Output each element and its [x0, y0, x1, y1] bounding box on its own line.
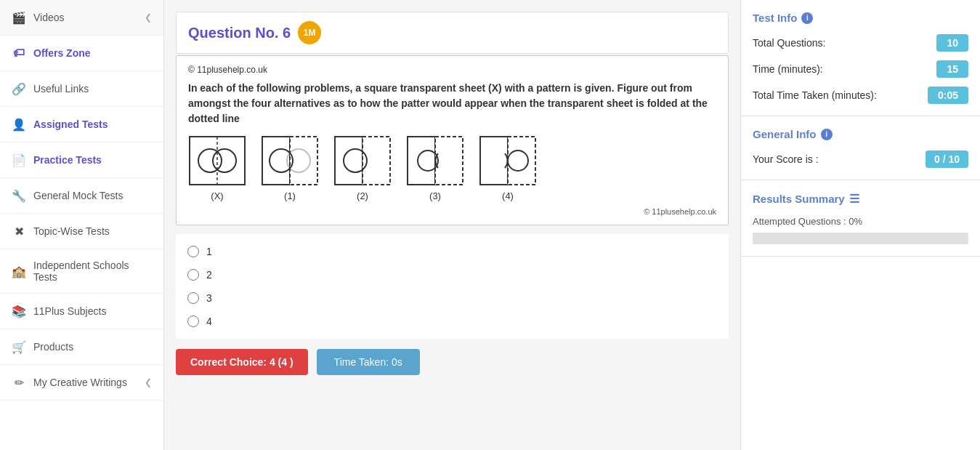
- radio-2[interactable]: [187, 269, 199, 281]
- figure-2-label: (2): [357, 190, 368, 201]
- figure-x-label: (X): [211, 190, 223, 201]
- sidebar-item-products[interactable]: 🛒 Products: [0, 329, 163, 365]
- question-text: In each of the following problems, a squ…: [188, 81, 716, 126]
- sidebar-item-topic-wise-tests[interactable]: ✖ Topic-Wise Tests: [0, 214, 163, 249]
- chevron-right-icon: ❮: [145, 377, 152, 387]
- sidebar-item-general-mock-tests[interactable]: 🔧 General Mock Tests: [0, 178, 163, 214]
- radio-1[interactable]: [187, 246, 199, 257]
- sidebar-item-11plus-subjects[interactable]: 📚 11Plus Subjects: [0, 294, 163, 329]
- option-3[interactable]: 3: [187, 286, 717, 310]
- option-4[interactable]: 4: [187, 310, 717, 333]
- list-icon: ☰: [849, 192, 859, 206]
- sidebar-item-assigned-tests[interactable]: 👤 Assigned Tests: [0, 107, 163, 142]
- book-icon: 📚: [12, 304, 26, 318]
- progress-bar-container: [753, 233, 968, 244]
- question-copyright: © 11plusehelp.co.uk: [188, 65, 716, 75]
- svg-rect-14: [480, 137, 508, 185]
- option-1[interactable]: 1: [187, 240, 717, 263]
- svg-rect-5: [290, 137, 317, 185]
- sidebar-item-label: Independent Schools Tests: [33, 260, 152, 283]
- main-content: Question No. 6 1M © 11plusehelp.co.uk In…: [164, 0, 740, 450]
- figure-4: (4): [479, 135, 537, 201]
- figure-4-label: (4): [502, 190, 514, 201]
- sidebar-item-my-creative-writings[interactable]: ✏ My Creative Writings ❮: [0, 365, 163, 401]
- total-time-taken-label: Total Time Taken (minutes):: [753, 89, 877, 101]
- option-2-label: 2: [206, 269, 212, 281]
- doc-icon: 📄: [12, 153, 26, 167]
- time-label: Time (minutes):: [753, 63, 823, 75]
- sidebar-item-label: Offers Zone: [33, 47, 91, 59]
- radio-3[interactable]: [187, 292, 199, 304]
- figure-2-svg: [333, 135, 392, 186]
- figure-x-svg: [188, 135, 246, 186]
- time-taken-button[interactable]: Time Taken: 0s: [317, 349, 420, 375]
- sidebar-item-useful-links[interactable]: 🔗 Useful Links: [0, 71, 163, 107]
- score-label: Your Score is :: [753, 153, 819, 165]
- sidebar-item-label: Topic-Wise Tests: [33, 225, 110, 237]
- option-3-label: 3: [206, 292, 212, 304]
- option-1-label: 1: [206, 246, 212, 257]
- question-body: © 11plusehelp.co.uk In each of the follo…: [176, 55, 729, 225]
- figure-1-svg: [261, 135, 319, 186]
- figure-1: (1): [261, 135, 319, 201]
- score-row: Your Score is : 0 / 10: [753, 150, 968, 168]
- radio-4[interactable]: [187, 316, 199, 327]
- correct-choice-button[interactable]: Correct Choice: 4 (4 ): [176, 349, 308, 375]
- total-time-taken-row: Total Time Taken (minutes): 0:05: [753, 87, 968, 104]
- svg-rect-11: [408, 137, 435, 185]
- figure-2: (2): [333, 135, 392, 201]
- time-value: 15: [936, 60, 968, 78]
- sidebar-item-videos[interactable]: 🎬 Videos ❮: [0, 0, 163, 36]
- sidebar-item-label: Practice Tests: [33, 154, 102, 166]
- options-list: 1 2 3 4: [176, 234, 729, 339]
- sidebar-item-label: My Creative Writings: [33, 377, 127, 388]
- option-4-label: 4: [206, 316, 212, 327]
- question-badge: 1M: [298, 21, 321, 44]
- general-info-title: General Info i: [753, 128, 968, 140]
- video-icon: 🎬: [12, 10, 26, 25]
- total-questions-value: 10: [936, 34, 968, 52]
- score-value: 0 / 10: [926, 150, 968, 168]
- x-icon: ✖: [12, 224, 26, 238]
- test-info-section: Test Info i Total Questions: 10 Time (mi…: [741, 0, 980, 116]
- figure-3-label: (3): [429, 190, 441, 201]
- sidebar-item-label: Assigned Tests: [33, 118, 108, 130]
- figure-row: (X) (1) (2): [188, 135, 716, 201]
- total-questions-label: Total Questions:: [753, 37, 825, 49]
- chevron-right-icon: ❮: [145, 12, 152, 23]
- sidebar-item-label: 11Plus Subjects: [33, 305, 106, 317]
- sidebar-item-independent-schools-tests[interactable]: 🏫 Independent Schools Tests: [0, 249, 163, 294]
- sidebar: 🎬 Videos ❮ 🏷 Offers Zone 🔗 Useful Links …: [0, 0, 164, 450]
- general-info-section: General Info i Your Score is : 0 / 10: [741, 116, 980, 180]
- sidebar-item-offers-zone[interactable]: 🏷 Offers Zone: [0, 36, 163, 71]
- question-footer-copyright: © 11plusehelp.co.uk: [188, 207, 716, 216]
- right-panel: Test Info i Total Questions: 10 Time (mi…: [740, 0, 980, 450]
- bottom-bar: Correct Choice: 4 (4 ) Time Taken: 0s: [176, 349, 729, 375]
- option-2[interactable]: 2: [187, 263, 717, 286]
- sidebar-item-practice-tests[interactable]: 📄 Practice Tests: [0, 142, 163, 178]
- cart-icon: 🛒: [12, 339, 26, 354]
- gear-icon: 🔧: [12, 188, 26, 203]
- figure-1-label: (1): [284, 190, 296, 201]
- total-questions-row: Total Questions: 10: [753, 34, 968, 52]
- question-title: Question No. 6: [188, 25, 291, 41]
- svg-rect-15: [508, 137, 535, 185]
- svg-rect-12: [435, 137, 463, 185]
- question-header: Question No. 6 1M: [176, 12, 729, 54]
- link-icon: 🔗: [12, 81, 26, 96]
- sidebar-item-label: Videos: [33, 12, 65, 23]
- svg-rect-4: [262, 137, 290, 185]
- figure-3-svg: [406, 135, 464, 186]
- svg-rect-8: [335, 137, 363, 185]
- figure-4-svg: [479, 135, 537, 186]
- user-icon: 👤: [12, 117, 26, 132]
- figure-3: (3): [406, 135, 464, 201]
- info-icon: i: [801, 12, 813, 24]
- results-summary-title: Results Summary ☰: [753, 192, 968, 206]
- general-info-icon: i: [821, 129, 833, 140]
- sidebar-item-label: Products: [33, 341, 73, 353]
- time-row: Time (minutes): 15: [753, 60, 968, 78]
- pencil-icon: ✏: [12, 375, 26, 390]
- offers-icon: 🏷: [12, 46, 26, 60]
- total-time-taken-value: 0:05: [928, 87, 968, 104]
